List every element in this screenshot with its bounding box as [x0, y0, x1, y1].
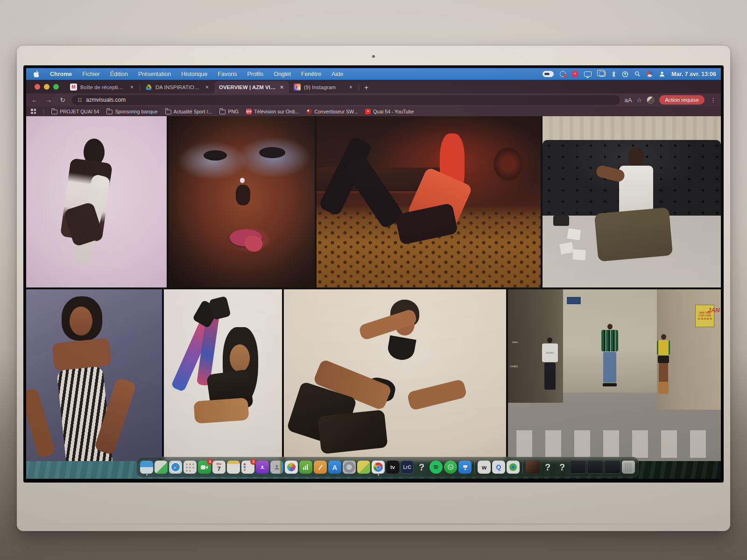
minimized-window-thumbnail[interactable] [605, 461, 620, 474]
menu-onglet[interactable]: Onglet [268, 71, 296, 77]
bookmark-convertisseur[interactable]: Convertisseur SW... [306, 109, 358, 114]
missing-app-dock-icon[interactable]: ? [415, 461, 428, 474]
action-required-button[interactable]: Action requise [659, 95, 705, 105]
bookmark-television[interactable]: SFRTélévision sur Ordi... [246, 109, 299, 114]
bookmark-star-icon[interactable]: ☆ [636, 97, 642, 104]
safari-dock-icon[interactable] [169, 461, 182, 474]
gallery-photo-couch-tanktop[interactable] [543, 116, 721, 287]
lips [230, 229, 262, 246]
whatsapp-dock-icon[interactable] [444, 461, 457, 474]
leopard-carpet [317, 210, 541, 287]
calculator-dock-icon[interactable] [183, 461, 197, 474]
close-window-button[interactable] [35, 84, 40, 90]
notes-dock-icon[interactable] [227, 461, 240, 474]
gallery-photo-paris-street[interactable]: istes CHES TROP TARD C'EST LOUÉ 01 40 35… [508, 289, 721, 461]
menu-fichier[interactable]: Fichier [77, 71, 105, 77]
apps-grid-icon[interactable] [31, 109, 36, 114]
gallery-photo-red-room[interactable] [317, 116, 541, 287]
screen-utility-dock-icon[interactable] [507, 461, 520, 474]
stickies-dock-icon[interactable] [357, 461, 370, 474]
gallery-photo-lying-braids[interactable] [164, 289, 282, 461]
display-icon[interactable] [584, 70, 592, 78]
maps-dock-icon[interactable] [155, 461, 168, 474]
stage-manager-icon[interactable] [598, 70, 606, 78]
menubar-clock[interactable]: Mar. 7 avr. 13:06 [671, 71, 716, 77]
bookmark-actualite-sport[interactable]: Actualité Sport /... [165, 109, 212, 114]
menu-presentation[interactable]: Présentation [133, 71, 176, 77]
model-figure [628, 147, 644, 168]
forward-button[interactable]: → [44, 96, 53, 104]
gallery-photo-crouching-pink[interactable] [26, 116, 167, 287]
chrome-dock-icon[interactable] [372, 461, 385, 474]
bluetooth-icon[interactable] [612, 70, 616, 78]
apple-menu-icon[interactable] [31, 70, 45, 77]
close-tab-icon[interactable]: × [204, 84, 210, 91]
numbers-dock-icon[interactable] [299, 461, 312, 474]
reminders-dock-icon[interactable]: 3 [241, 461, 254, 474]
facetime-dock-icon[interactable]: 4 [198, 461, 211, 474]
menu-fenetre[interactable]: Fenêtre [296, 71, 326, 77]
utility-app-icon[interactable] [572, 70, 578, 78]
close-tab-icon[interactable]: × [348, 84, 353, 91]
bookmark-sponsoring-banque[interactable]: Sponsoring banque [106, 109, 157, 114]
menu-profils[interactable]: Profils [242, 71, 268, 77]
menu-edition[interactable]: Édition [105, 71, 133, 77]
user-switch-icon[interactable] [659, 70, 665, 78]
address-bar[interactable]: ☷ azmvisuals.com [72, 95, 620, 105]
bookmark-quai54-youtube[interactable]: Quai 54 - YouTube [365, 109, 414, 114]
sync-icon[interactable] [622, 70, 628, 78]
finder-dock-icon[interactable] [140, 461, 153, 474]
quicktime-dock-icon[interactable]: Q [492, 461, 505, 474]
close-tab-icon[interactable]: × [279, 84, 284, 91]
calendar-dock-icon[interactable]: Mar 7 [212, 461, 226, 474]
menubar-app-name[interactable]: Chrome [45, 71, 77, 77]
tab-gmail[interactable]: M Boîte de réception (354) - zi × [65, 81, 139, 93]
translate-icon[interactable]: aA [625, 97, 632, 104]
menu-favoris[interactable]: Favoris [212, 71, 242, 77]
bookmark-projet-quai54[interactable]: PROJET QUAI 54 [51, 109, 99, 114]
spotlight-search-icon[interactable] [634, 70, 641, 78]
gallery-photo-reclining-bikini[interactable] [284, 289, 506, 461]
gallery-photo-face-closeup[interactable] [169, 116, 315, 287]
reload-button[interactable]: ↻ [58, 96, 67, 104]
latex-leg [318, 136, 373, 217]
minimized-window-thumbnail[interactable] [587, 461, 603, 474]
minimized-image-thumbnail[interactable] [526, 461, 540, 474]
contacts-dock-icon[interactable] [270, 461, 283, 474]
close-tab-icon[interactable]: × [129, 84, 134, 91]
menu-historique[interactable]: Historique [176, 71, 212, 77]
remote-session-icon[interactable] [560, 70, 566, 78]
system-settings-dock-icon[interactable] [343, 461, 356, 474]
instagram-favicon [294, 84, 301, 91]
trash-dock-icon[interactable] [622, 461, 635, 474]
site-settings-icon[interactable]: ☷ [78, 97, 82, 103]
bookmark-png[interactable]: PNG [219, 109, 239, 114]
photos-dock-icon[interactable] [285, 461, 298, 474]
missing-item-dock-icon[interactable]: ? [556, 461, 569, 474]
app-store-dock-icon[interactable]: A [328, 461, 341, 474]
tab-azm-visuals-active[interactable]: OVERVIEW | AZM VISUALS × [214, 81, 289, 93]
menu-aide[interactable]: Aide [326, 71, 348, 77]
spotify-dock-icon[interactable] [430, 461, 443, 474]
tab-google-drive[interactable]: DA INSPIRATION - Google Dr × [141, 81, 214, 93]
person-yellow-top [657, 334, 670, 394]
wacom-dock-icon[interactable]: w [478, 461, 491, 474]
back-button[interactable]: ← [30, 96, 39, 104]
zoom-window-button[interactable] [53, 84, 59, 90]
camera-indicator-icon[interactable] [543, 70, 554, 78]
minimized-window-thumbnail[interactable] [570, 461, 586, 474]
pages-dock-icon[interactable] [314, 461, 327, 474]
lightroom-classic-dock-icon[interactable]: LrC [401, 461, 414, 474]
podcasts-dock-icon[interactable] [256, 461, 269, 474]
tab-instagram[interactable]: (9) Instagram × [289, 81, 358, 93]
missing-item-dock-icon[interactable]: ? [541, 461, 554, 474]
new-tab-button[interactable]: + [359, 84, 374, 93]
minimize-window-button[interactable] [44, 84, 49, 90]
chrome-menu-kebab[interactable]: ⋮ [709, 97, 717, 104]
input-source-icon[interactable] [647, 70, 653, 78]
marbled-tights [171, 321, 213, 392]
keynote-dock-icon[interactable] [458, 461, 472, 474]
gallery-photo-zebra-dress[interactable] [26, 289, 162, 461]
apple-tv-dock-icon[interactable]: tv [386, 461, 399, 474]
extension-avatar-icon[interactable] [647, 96, 655, 104]
